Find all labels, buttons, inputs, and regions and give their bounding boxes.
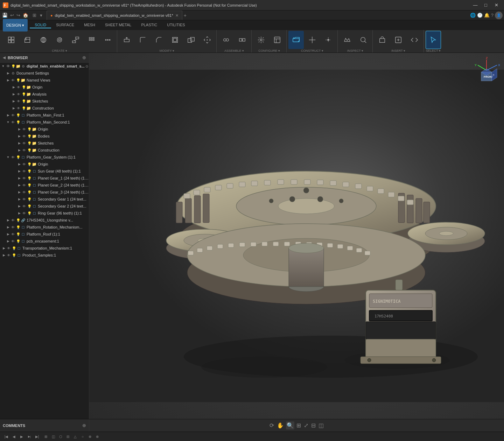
tab-plastic[interactable]: PLASTIC	[136, 22, 162, 28]
visibility-icon[interactable]: 👁	[10, 113, 15, 118]
tree-item-construction1[interactable]: ▶ 👁 💡 📁 Construction	[0, 105, 89, 112]
fit-all-icon[interactable]: ⤢	[303, 421, 309, 429]
play-icon[interactable]: ▶	[18, 433, 25, 440]
expand-icon[interactable]: ▶	[17, 190, 22, 195]
bulb-icon[interactable]: 💡	[16, 120, 21, 125]
combine-button[interactable]	[183, 31, 199, 49]
point-button[interactable]	[321, 31, 336, 49]
tab-close-icon[interactable]: ✕	[175, 13, 178, 18]
bulb-icon[interactable]: 💡	[27, 134, 32, 139]
tree-item-construction2[interactable]: ▶ 👁 💡 📁 Construction	[0, 147, 89, 154]
design-button[interactable]: DESIGN ▾	[3, 19, 28, 31]
tree-item-sun-gear[interactable]: ▶ 👁 💡 □ Sun Gear (48 teeth) (1):1	[0, 168, 89, 175]
bulb-icon[interactable]: 💡	[27, 169, 32, 174]
fillet-button[interactable]	[135, 31, 150, 49]
minimize-button[interactable]: —	[470, 2, 480, 9]
step-forward-icon[interactable]: ▶|	[26, 433, 33, 440]
tool4-icon[interactable]: ⊟	[64, 433, 71, 440]
visibility-icon[interactable]: 👁	[6, 246, 11, 251]
visibility-icon[interactable]: 👁	[10, 232, 15, 237]
bulb-icon[interactable]: 💡	[27, 127, 32, 132]
visibility-icon[interactable]: 👁	[22, 197, 27, 202]
extrude-button[interactable]	[20, 31, 35, 49]
expand-icon[interactable]: ▶	[1, 246, 6, 251]
visibility-icon[interactable]: 👁	[22, 190, 27, 195]
revolve-button[interactable]	[36, 31, 51, 49]
tree-item-transportation[interactable]: ▶ 👁 💡 □ Transportation_Mechanism:1	[0, 245, 89, 252]
tree-item-origin2[interactable]: ▶ 👁 💡 📁 Origin	[0, 126, 89, 133]
bulb-icon[interactable]: 💡	[21, 85, 26, 90]
visibility-icon[interactable]: 👁	[16, 99, 21, 104]
apps-icon[interactable]: ⊞	[32, 12, 37, 19]
tree-item-platform-main-second[interactable]: ▼ 👁 💡 □ Platform_Main_Second:1	[0, 119, 89, 126]
help-icon[interactable]: ?	[491, 13, 493, 18]
tree-item-origin[interactable]: ▶ 👁 💡 📁 Origin	[0, 84, 89, 91]
move-button[interactable]	[200, 31, 215, 49]
expand-icon[interactable]: ▶	[6, 239, 10, 244]
expand-icon[interactable]: ▶	[17, 127, 22, 132]
visibility-icon[interactable]: 👁	[16, 92, 21, 97]
insert3-button[interactable]	[407, 31, 422, 49]
bell-icon[interactable]: 🔔	[484, 13, 490, 18]
sweep-button[interactable]	[52, 31, 67, 49]
bulb-icon[interactable]: 💡	[27, 204, 32, 209]
loft-button[interactable]	[68, 31, 83, 49]
viewport[interactable]: SIGNIMOTICA 17HS2408	[89, 53, 504, 419]
expand-icon[interactable]: ▶	[17, 169, 22, 174]
bulb-icon[interactable]: 💡	[27, 211, 32, 216]
bulb-icon[interactable]: 💡	[27, 141, 32, 146]
tool7-icon[interactable]: ⊕	[86, 433, 93, 440]
tree-item-doc-settings[interactable]: ▶ ⚙ Document Settings	[0, 70, 89, 77]
file-tab[interactable]: ● digital_twin_enabled_smart_shipping_wo…	[47, 10, 182, 20]
expand-icon[interactable]: ▶	[11, 99, 16, 104]
close-button[interactable]: ✕	[491, 2, 501, 9]
select-button[interactable]	[426, 31, 441, 49]
inspect2-button[interactable]	[356, 31, 371, 49]
expand-icon[interactable]: ▶	[17, 204, 22, 209]
step-back-icon[interactable]: ◀	[10, 433, 18, 440]
new-tab-icon[interactable]: +	[184, 13, 187, 18]
bulb-icon[interactable]: 💡	[16, 78, 21, 83]
prev-keyframe-icon[interactable]: |◀	[3, 433, 10, 440]
expand-icon[interactable]: ▶	[1, 253, 6, 258]
expand-icon[interactable]: ▶	[6, 71, 10, 76]
visibility-icon[interactable]: 👁	[10, 239, 15, 244]
view-cube[interactable]: X Y Z FRONT R	[472, 56, 500, 84]
visibility-icon[interactable]: 👁	[22, 211, 27, 216]
tree-item-sketches[interactable]: ▶ 👁 💡 📁 Sketches	[0, 98, 89, 105]
tree-item-secondary-gear-1[interactable]: ▶ 👁 💡 □ Secondary Gear 1 (24 teet...	[0, 196, 89, 203]
bulb-icon[interactable]: 💡	[16, 232, 21, 237]
tool8-icon[interactable]: ⊗	[94, 433, 101, 440]
browser-settings-icon[interactable]: ⊕	[82, 55, 86, 60]
bulb-icon[interactable]: 💡	[16, 218, 21, 223]
expand-icon[interactable]: ▼	[6, 120, 10, 125]
tool5-icon[interactable]: △	[72, 433, 79, 440]
tree-item-bodies[interactable]: ▶ 👁 💡 📁 Bodies	[0, 133, 89, 140]
bulb-icon[interactable]: 💡	[16, 113, 21, 118]
assemble2-button[interactable]	[234, 31, 250, 49]
tree-item-platform-rotation[interactable]: ▶ 👁 💡 □ Platform_Rotation_Mechanism...	[0, 224, 89, 231]
visibility-icon[interactable]: 👁	[22, 141, 27, 146]
expand-icon[interactable]: ▶	[6, 113, 10, 118]
visibility-icon[interactable]: 👁	[16, 106, 21, 111]
tab-sheet-metal[interactable]: SHEET METAL	[100, 22, 136, 28]
bulb-icon[interactable]: 💡	[12, 253, 16, 258]
visibility-icon[interactable]: 👁	[22, 183, 27, 188]
bulb-icon[interactable]: 💡	[27, 197, 32, 202]
expand-icon[interactable]: ▼	[1, 64, 6, 69]
visibility-icon[interactable]: 👁	[16, 85, 21, 90]
tool2-icon[interactable]: ◫	[50, 433, 57, 440]
tree-item-sketches2[interactable]: ▶ 👁 💡 📁 Sketches	[0, 140, 89, 147]
tool6-icon[interactable]: ○	[79, 433, 86, 440]
tree-item-17hs3401[interactable]: ▶ 👁 💡 🔗 17HS3401_Usongshine v...	[0, 217, 89, 224]
light-bulb-icon[interactable]: 💡	[11, 64, 16, 69]
save-icon[interactable]: 💾	[1, 12, 8, 19]
bulb-icon[interactable]: 💡	[12, 246, 16, 251]
expand-icon[interactable]: ▶	[17, 197, 22, 202]
tree-item-named-views[interactable]: ▶ 👁 💡 📁 Named Views	[0, 77, 89, 84]
bulb-icon[interactable]: 💡	[16, 225, 21, 230]
visibility-icon[interactable]: 👁	[10, 120, 15, 125]
bulb-icon[interactable]: 💡	[27, 183, 32, 188]
browser-expand-icon[interactable]: ◀	[3, 56, 6, 59]
bulb-icon[interactable]: 💡	[21, 106, 26, 111]
